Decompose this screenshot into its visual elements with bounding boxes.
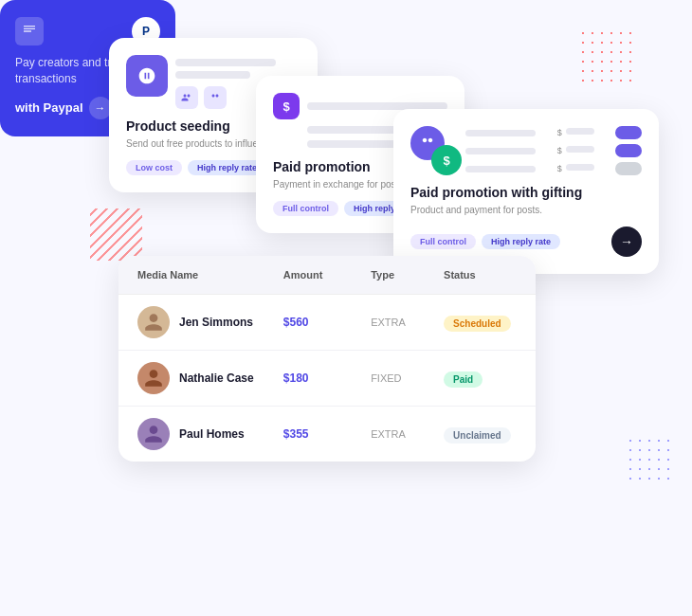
dots-decoration-blue <box>626 436 673 483</box>
amount-paul: $355 <box>283 427 371 441</box>
paid-gifting-desc: Product and payment for posts. <box>410 204 642 217</box>
col-header-status: Status <box>444 269 517 281</box>
table-row: Nathalie Case $180 FIXED Paid <box>118 351 536 407</box>
gifting-skeleton-rows: $ $ $ <box>465 126 642 175</box>
table-row: Paul Homes $355 EXTRA Unclaimed <box>118 407 536 462</box>
status-jen: Scheduled <box>444 316 511 332</box>
paypal-arrow-icon: → <box>89 97 112 119</box>
mini-icon <box>175 86 198 109</box>
avatar-paul <box>137 418 170 450</box>
media-cell-0: Jen Simmons <box>137 306 283 338</box>
paypal-square-icon <box>15 17 44 45</box>
mini-icon <box>204 86 227 109</box>
avatar-jen <box>137 306 170 338</box>
product-icon <box>126 55 168 97</box>
gifting-icon-group: $ <box>410 126 456 172</box>
paypal-cta-text: with Paypal <box>15 100 83 115</box>
amount-nathalie: $180 <box>283 371 371 385</box>
name-paul: Paul Homes <box>179 427 245 441</box>
skeleton-line <box>175 59 276 66</box>
media-cell-1: Nathalie Case <box>137 362 283 394</box>
tag-full-control: Full control <box>273 201 338 216</box>
status-paul: Unclaimed <box>444 427 511 444</box>
paid-gifting-tags: Full control High reply rate <box>410 234 560 249</box>
dollar-badge: $ <box>273 93 300 119</box>
col-header-amount: Amount <box>283 269 371 281</box>
avatar-nathalie <box>137 362 170 394</box>
name-jen: Jen Simmons <box>179 316 253 329</box>
table-row: Jen Simmons $560 EXTRA Scheduled <box>118 295 536 351</box>
table-header: Media Name Amount Type Status <box>118 256 536 295</box>
type-jen: EXTRA <box>371 317 444 328</box>
paid-gifting-card: $ $ $ $ <box>393 109 659 274</box>
tag-high-reply-rate: High reply rate <box>482 234 560 249</box>
col-header-type: Type <box>371 269 444 281</box>
type-nathalie: FIXED <box>371 372 444 384</box>
status-nathalie: Paid <box>444 371 483 388</box>
skeleton-line <box>175 71 250 79</box>
amount-jen: $560 <box>283 316 371 329</box>
media-cell-2: Paul Homes <box>137 418 283 450</box>
name-nathalie: Nathalie Case <box>179 371 254 385</box>
paid-gifting-title: Paid promotion with gifting <box>410 185 642 200</box>
tag-high-reply-rate: High reply rate <box>188 160 266 175</box>
gifting-dollar-icon: $ <box>431 145 462 175</box>
col-header-media-name: Media Name <box>137 269 283 281</box>
gifting-arrow-button[interactable]: → <box>611 226 642 257</box>
type-paul: EXTRA <box>371 428 444 440</box>
transactions-table-card: Media Name Amount Type Status Jen Simmon… <box>118 256 536 462</box>
main-scene: Product seeding Send out free products t… <box>0 0 692 616</box>
dots-decoration-red <box>578 28 635 85</box>
tag-full-control: Full control <box>410 234 476 249</box>
tag-low-cost: Low cost <box>126 160 182 175</box>
lines-decoration-red <box>90 208 142 261</box>
